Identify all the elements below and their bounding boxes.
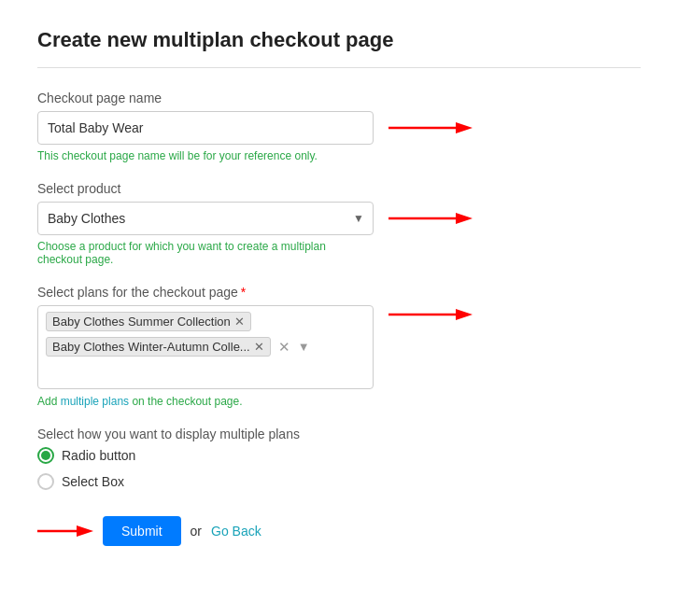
arrow-1: [388, 119, 473, 137]
plan-tag-label-2: Baby Clothes Winter-Autumn Colle...: [52, 340, 250, 354]
plans-hint: Add multiple plans on the checkout page.: [37, 395, 641, 408]
arrow-2: [388, 209, 473, 228]
multiple-plans-link[interactable]: multiple plans: [61, 395, 129, 408]
submit-arrow: [37, 522, 93, 540]
submit-row: Submit or Go Back: [37, 516, 641, 546]
plan-tag-close-1[interactable]: ✕: [234, 315, 245, 328]
submit-or-text: or: [191, 524, 202, 539]
checkout-name-input[interactable]: [37, 111, 374, 145]
plan-tag-2: Baby Clothes Winter-Autumn Colle... ✕: [46, 337, 271, 357]
select-product-section: Select product Baby Clothes ▼ Choose a p…: [37, 181, 641, 266]
checkout-name-label: Checkout page name: [37, 91, 641, 105]
divider: [37, 67, 641, 68]
radio-button-radio[interactable]: [37, 447, 54, 464]
plan-tag-row-1: Baby Clothes Summer Collection ✕: [46, 312, 365, 331]
display-section: Select how you want to display multiple …: [37, 427, 641, 490]
plans-input-row: Baby Clothes Summer Collection ✕ Baby Cl…: [37, 305, 641, 389]
radio-option-radio[interactable]: Radio button: [37, 447, 641, 464]
plan-tag-1: Baby Clothes Summer Collection ✕: [46, 312, 251, 331]
plans-multiselect[interactable]: Baby Clothes Summer Collection ✕ Baby Cl…: [37, 305, 374, 389]
product-select-wrapper: Baby Clothes ▼: [37, 202, 374, 235]
display-label: Select how you want to display multiple …: [37, 427, 641, 441]
radio-option-select[interactable]: Select Box: [37, 473, 641, 490]
svg-marker-1: [456, 122, 473, 133]
svg-marker-5: [456, 309, 473, 320]
chevron-expand-icon[interactable]: ▼: [298, 340, 310, 354]
radio-label-radio: Radio button: [62, 448, 135, 463]
select-plans-label: Select plans for the checkout page*: [37, 285, 641, 300]
select-product-input-row: Baby Clothes ▼: [37, 202, 641, 235]
product-select[interactable]: Baby Clothes: [37, 202, 374, 235]
plan-tag-row-2: Baby Clothes Winter-Autumn Colle... ✕ ✕ …: [46, 337, 365, 357]
select-product-hint: Choose a product for which you want to c…: [37, 240, 374, 266]
go-back-link[interactable]: Go Back: [211, 524, 261, 539]
arrow-3: [388, 305, 473, 324]
checkout-name-hint: This checkout page name will be for your…: [37, 149, 641, 162]
checkout-name-section: Checkout page name This checkout page na…: [37, 91, 641, 162]
display-options: Radio button Select Box: [37, 447, 641, 490]
submit-button[interactable]: Submit: [103, 516, 181, 546]
plan-tag-label-1: Baby Clothes Summer Collection: [52, 315, 231, 329]
svg-marker-3: [456, 213, 473, 224]
radio-button-select[interactable]: [37, 473, 54, 490]
select-plans-section: Select plans for the checkout page* Baby…: [37, 285, 641, 408]
plan-tag-close-2[interactable]: ✕: [254, 341, 264, 353]
svg-marker-7: [77, 525, 93, 537]
radio-label-select: Select Box: [62, 474, 124, 489]
radio-dot-radio: [41, 451, 50, 460]
page-title: Create new multiplan checkout page: [37, 28, 641, 52]
select-product-label: Select product: [37, 181, 641, 196]
checkout-name-input-row: [37, 111, 641, 145]
clear-icon[interactable]: ✕: [278, 340, 290, 354]
